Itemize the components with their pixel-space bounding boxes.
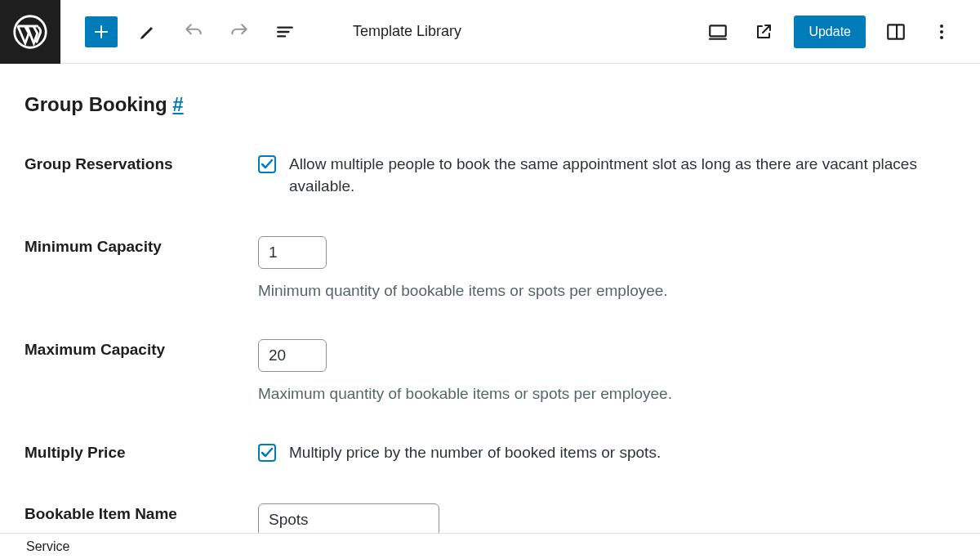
list-icon (274, 21, 296, 42)
svg-rect-1 (710, 25, 727, 36)
max-capacity-input[interactable] (258, 339, 327, 372)
more-vertical-icon (932, 22, 951, 42)
multiply-price-label: Multiply Price (24, 442, 258, 462)
wordpress-icon (13, 15, 47, 49)
check-icon (261, 447, 274, 458)
undo-icon (183, 21, 204, 42)
breadcrumb-bar: Service (0, 533, 980, 559)
svg-point-5 (940, 36, 943, 39)
add-block-button[interactable] (85, 16, 118, 47)
options-button[interactable] (926, 16, 957, 47)
external-link-icon (754, 22, 773, 42)
wp-logo-button[interactable] (0, 0, 60, 64)
bookable-item-name-row: Bookable Item Name Your custom name for … (24, 503, 956, 533)
document-overview-button[interactable] (270, 16, 301, 47)
max-capacity-row: Maximum Capacity Maximum quantity of boo… (24, 339, 956, 403)
update-button[interactable]: Update (794, 16, 866, 48)
page-heading: Group Booking # (24, 93, 956, 116)
pencil-icon (138, 22, 158, 42)
multiply-price-description: Multiply price by the number of booked i… (289, 442, 661, 464)
check-icon (261, 159, 274, 170)
editor-toolbar: Template Library Update (0, 0, 980, 64)
svg-point-3 (940, 25, 943, 28)
heading-anchor-link[interactable]: # (172, 93, 183, 115)
view-site-button[interactable] (748, 16, 779, 47)
group-reservations-description: Allow multiple people to book the same a… (289, 154, 944, 197)
sidebar-icon (885, 21, 906, 42)
min-capacity-label: Minimum Capacity (24, 236, 258, 256)
multiply-price-checkbox[interactable] (258, 444, 276, 462)
max-capacity-label: Maximum Capacity (24, 339, 258, 359)
undo-button[interactable] (178, 16, 209, 47)
multiply-price-row: Multiply Price Multiply price by the num… (24, 442, 956, 464)
min-capacity-input[interactable] (258, 236, 327, 269)
redo-icon (229, 21, 250, 42)
group-reservations-label: Group Reservations (24, 154, 258, 173)
min-capacity-help: Minimum quantity of bookable items or sp… (258, 282, 944, 300)
toolbar-right-group: Update (702, 16, 980, 48)
plus-icon (91, 22, 111, 42)
toolbar-left-group: Template Library (60, 16, 461, 47)
group-reservations-row: Group Reservations Allow multiple people… (24, 154, 956, 197)
redo-button[interactable] (224, 16, 255, 47)
bookable-item-name-label: Bookable Item Name (24, 503, 258, 523)
desktop-icon (707, 21, 728, 42)
view-tablet-button[interactable] (702, 16, 733, 47)
document-title: Template Library (353, 23, 461, 40)
breadcrumb-text[interactable]: Service (26, 539, 69, 554)
edit-button[interactable] (132, 16, 163, 47)
min-capacity-row: Minimum Capacity Minimum quantity of boo… (24, 236, 956, 300)
svg-point-4 (940, 30, 943, 34)
editor-content: Group Booking # Group Reservations Allow… (0, 64, 980, 533)
group-reservations-checkbox[interactable] (258, 155, 276, 173)
bookable-item-name-input[interactable] (258, 503, 439, 533)
settings-sidebar-button[interactable] (880, 16, 911, 47)
max-capacity-help: Maximum quantity of bookable items or sp… (258, 385, 944, 403)
heading-text: Group Booking (24, 93, 167, 115)
